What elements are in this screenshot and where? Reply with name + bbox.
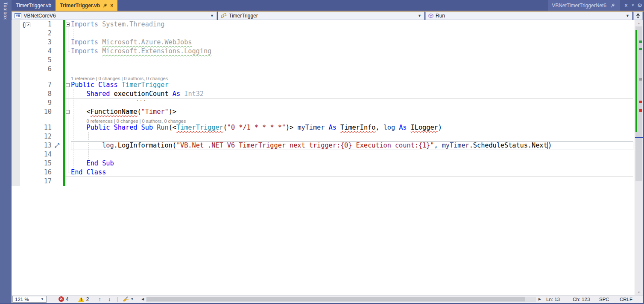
line-number-margin[interactable] bbox=[20, 74, 63, 81]
outlining-margin[interactable] bbox=[65, 29, 71, 38]
line-number-margin[interactable]: 6 bbox=[20, 65, 63, 74]
outlining-margin[interactable] bbox=[65, 159, 71, 168]
screwdriver-icon[interactable] bbox=[54, 142, 60, 148]
code-text[interactable]: Public Class TimerTrigger bbox=[71, 81, 633, 90]
scroll-right-icon[interactable]: ▶ bbox=[539, 297, 541, 301]
line-number-margin[interactable]: 7 bbox=[20, 81, 63, 90]
line-number-margin[interactable]: 1{↗ bbox=[20, 20, 63, 29]
tab-timertrigger-vb[interactable]: TimerTrigger.vb bbox=[12, 0, 56, 11]
split-editor-icon[interactable] bbox=[633, 12, 643, 20]
code-line[interactable]: 10 <FunctionName("Timer")> bbox=[12, 107, 633, 116]
breakpoint-margin[interactable] bbox=[12, 56, 20, 65]
line-number-margin[interactable]: 5 bbox=[20, 56, 63, 65]
code-text[interactable] bbox=[71, 150, 633, 159]
pin-icon[interactable] bbox=[103, 3, 107, 8]
chevron-down-icon[interactable]: ▼ bbox=[130, 297, 134, 301]
breakpoint-margin[interactable] bbox=[12, 141, 20, 150]
code-text[interactable]: End Class bbox=[71, 168, 633, 177]
outlining-margin[interactable] bbox=[65, 107, 71, 116]
line-number-margin[interactable]: 4 bbox=[20, 47, 63, 56]
outlining-margin[interactable] bbox=[65, 47, 71, 56]
codelens-row[interactable]: 0 references | 0 changes | 0 authors, 0 … bbox=[12, 116, 633, 123]
line-number-margin[interactable]: 12 bbox=[20, 132, 63, 141]
outlining-margin[interactable] bbox=[65, 123, 71, 132]
breakpoint-margin[interactable] bbox=[12, 168, 20, 177]
scroll-down-icon[interactable]: ▼ bbox=[635, 289, 643, 295]
outlining-margin[interactable] bbox=[65, 20, 71, 29]
code-line[interactable]: 3Imports Microsoft.Azure.WebJobs bbox=[12, 38, 633, 47]
code-cleanup-button[interactable]: ▼ bbox=[122, 296, 134, 302]
code-line[interactable]: 7Public Class TimerTrigger bbox=[12, 81, 633, 90]
arrow-down-icon[interactable]: ↓ bbox=[108, 296, 111, 302]
line-number-margin[interactable]: 17 bbox=[20, 177, 63, 186]
outlining-margin[interactable] bbox=[65, 177, 71, 186]
outlining-margin[interactable] bbox=[65, 65, 71, 74]
chevron-down-icon[interactable]: ▼ bbox=[418, 14, 422, 18]
code-line[interactable]: 11 Public Shared Sub Run(<TimerTrigger("… bbox=[12, 123, 633, 132]
tab-trimertrigger-vb[interactable]: TrimerTrigger.vb × bbox=[56, 0, 117, 11]
breakpoint-margin[interactable] bbox=[12, 29, 20, 38]
breakpoint-margin[interactable] bbox=[12, 47, 20, 56]
line-number-margin[interactable]: 3 bbox=[20, 38, 63, 47]
codelens-row[interactable]: 1 reference | 0 changes | 0 authors, 0 c… bbox=[12, 74, 633, 81]
code-text[interactable] bbox=[71, 98, 633, 107]
project-dropdown[interactable]: VB VBNetCoreV6 ▼ bbox=[12, 12, 217, 20]
toolbox-panel-tab[interactable]: Toolbox bbox=[0, 0, 12, 303]
code-text[interactable]: Imports Microsoft.Extensions.Logging bbox=[71, 47, 633, 56]
collapse-region-icon[interactable] bbox=[66, 83, 70, 87]
outlining-margin[interactable] bbox=[65, 81, 71, 90]
line-number-margin[interactable]: 9 bbox=[20, 98, 63, 107]
horizontal-scrollbar[interactable] bbox=[146, 297, 536, 302]
code-text[interactable]: End Sub bbox=[71, 159, 633, 168]
outlining-margin[interactable] bbox=[65, 168, 71, 177]
breakpoint-margin[interactable] bbox=[12, 65, 20, 74]
code-text[interactable]: <FunctionName("Timer")> bbox=[71, 107, 633, 116]
vertical-scrollbar[interactable]: ▲ ▼ bbox=[635, 20, 643, 295]
zoom-level-dropdown[interactable]: 121 % ▼ bbox=[12, 296, 47, 303]
code-line[interactable]: 14 bbox=[12, 150, 633, 159]
code-text[interactable] bbox=[71, 65, 633, 74]
pin-icon[interactable] bbox=[609, 3, 616, 8]
breakpoint-margin[interactable] bbox=[12, 132, 20, 141]
code-line[interactable]: 9 bbox=[12, 98, 633, 107]
chevron-down-icon[interactable]: ▼ bbox=[210, 14, 214, 18]
outlining-margin[interactable] bbox=[65, 74, 71, 81]
scroll-up-icon[interactable]: ▲ bbox=[635, 20, 643, 26]
code-text[interactable] bbox=[71, 132, 633, 141]
type-dropdown[interactable]: TimerTrigger ▼ bbox=[218, 12, 424, 20]
scroll-left-icon[interactable]: ◀ bbox=[141, 297, 144, 301]
breakpoint-margin[interactable] bbox=[12, 107, 20, 116]
window-tab-project[interactable]: VBNetTimerTriggerNet6 bbox=[548, 0, 620, 11]
line-number-margin[interactable]: 16 bbox=[20, 168, 63, 177]
outlining-margin[interactable] bbox=[65, 116, 71, 123]
breakpoint-margin[interactable] bbox=[12, 20, 20, 29]
horizontal-scrollbar-thumb[interactable] bbox=[146, 297, 525, 301]
close-icon[interactable]: × bbox=[623, 0, 629, 11]
line-number-margin[interactable]: 15 bbox=[20, 159, 63, 168]
breakpoint-margin[interactable] bbox=[12, 98, 20, 107]
error-count-button[interactable]: ✕ 4 bbox=[59, 296, 69, 302]
breakpoint-margin[interactable] bbox=[12, 123, 20, 132]
code-line[interactable]: 8 Shared executionCount As Int32 bbox=[12, 90, 633, 98]
outlining-margin[interactable] bbox=[65, 132, 71, 141]
breakpoint-margin[interactable] bbox=[12, 116, 20, 123]
line-number-margin[interactable]: 2 bbox=[20, 29, 63, 38]
breakpoint-margin[interactable] bbox=[12, 159, 20, 168]
code-text[interactable]: Public Shared Sub Run(<TimerTrigger("0 *… bbox=[71, 123, 633, 132]
code-text[interactable] bbox=[71, 56, 633, 65]
member-dropdown[interactable]: Run ▼ bbox=[425, 12, 632, 20]
code-text[interactable]: Imports System.Threading bbox=[71, 20, 633, 29]
code-line[interactable]: 5 bbox=[12, 56, 633, 65]
codelens-text[interactable]: 1 reference | 0 changes | 0 authors, 0 c… bbox=[71, 74, 633, 81]
code-line[interactable]: 15 End Sub bbox=[12, 159, 633, 168]
line-number-margin[interactable]: 13 bbox=[20, 141, 63, 150]
outlining-margin[interactable] bbox=[65, 90, 71, 98]
outlining-margin[interactable] bbox=[65, 150, 71, 159]
breakpoint-margin[interactable] bbox=[12, 150, 20, 159]
collapse-region-icon[interactable] bbox=[66, 23, 70, 26]
outlining-margin[interactable] bbox=[65, 98, 71, 107]
code-line[interactable]: 4Imports Microsoft.Extensions.Logging bbox=[12, 47, 633, 56]
code-text[interactable] bbox=[71, 29, 633, 38]
code-line[interactable]: 17 bbox=[12, 177, 633, 186]
code-line[interactable]: 2 bbox=[12, 29, 633, 38]
